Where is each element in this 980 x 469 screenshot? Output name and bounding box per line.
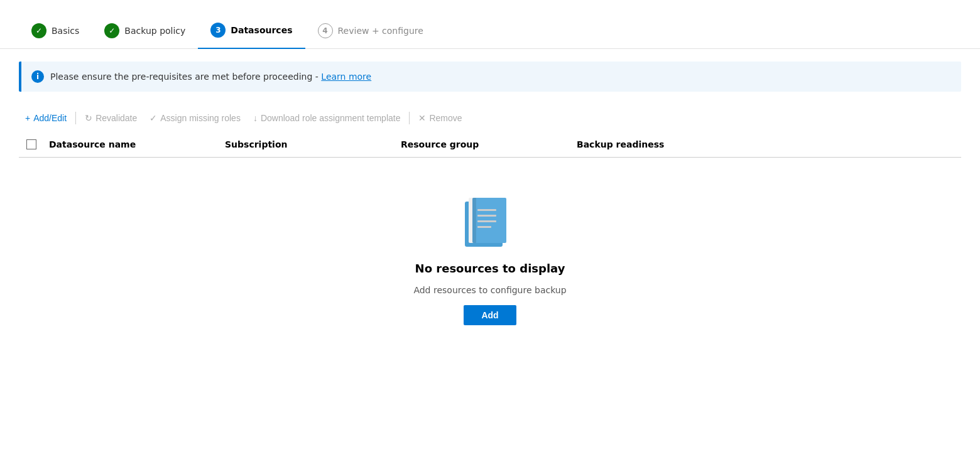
datasource-table: Datasource name Subscription Resource gr… xyxy=(19,132,961,158)
step-basics-circle: ✓ xyxy=(31,23,46,38)
svg-rect-6 xyxy=(477,226,491,228)
revalidate-icon: ↻ xyxy=(85,113,92,123)
svg-rect-4 xyxy=(477,215,496,217)
col-header-datasource-name: Datasource name xyxy=(44,137,220,152)
empty-state-subtitle: Add resources to configure backup xyxy=(413,285,566,295)
select-all-cell xyxy=(19,137,44,152)
close-icon: ✕ xyxy=(418,113,426,123)
add-edit-button[interactable]: + Add/Edit xyxy=(19,111,73,126)
table-header: Datasource name Subscription Resource gr… xyxy=(19,132,961,158)
step-basics-label: Basics xyxy=(52,26,79,36)
svg-rect-7 xyxy=(472,198,476,243)
col-header-resource-group: Resource group xyxy=(396,137,572,152)
step-datasources-circle: 3 xyxy=(210,23,226,38)
toolbar: + Add/Edit ↻ Revalidate ✓ Assign missing… xyxy=(0,104,980,132)
checkmark-icon: ✓ xyxy=(150,113,157,123)
toolbar-separator-2 xyxy=(409,112,410,124)
info-banner: i Please ensure the pre-requisites are m… xyxy=(19,62,961,92)
step-datasources-label: Datasources xyxy=(231,25,292,35)
plus-icon: + xyxy=(25,113,30,123)
empty-state-title: No resources to display xyxy=(415,262,565,275)
select-all-checkbox[interactable] xyxy=(26,139,36,149)
col-header-backup-readiness: Backup readiness xyxy=(572,137,748,152)
step-review-configure[interactable]: 4 Review + configure xyxy=(305,13,436,48)
toolbar-separator-1 xyxy=(75,112,76,124)
remove-button[interactable]: ✕ Remove xyxy=(412,111,468,126)
svg-rect-3 xyxy=(477,209,496,211)
info-icon: i xyxy=(31,70,44,83)
download-icon: ↓ xyxy=(253,113,258,123)
step-backup-policy[interactable]: ✓ Backup policy xyxy=(92,13,198,48)
step-backup-policy-circle: ✓ xyxy=(104,23,119,38)
empty-state-add-button[interactable]: Add xyxy=(464,305,516,325)
step-review-configure-label: Review + configure xyxy=(338,26,423,36)
empty-state: No resources to display Add resources to… xyxy=(0,158,980,363)
revalidate-button[interactable]: ↻ Revalidate xyxy=(79,111,143,126)
wizard-steps: ✓ Basics ✓ Backup policy 3 Datasources 4… xyxy=(0,0,980,49)
step-review-configure-circle: 4 xyxy=(318,23,333,38)
download-template-button[interactable]: ↓ Download role assignment template xyxy=(247,111,407,126)
step-backup-policy-label: Backup policy xyxy=(124,26,185,36)
col-header-subscription: Subscription xyxy=(220,137,396,152)
empty-state-icon xyxy=(459,195,521,252)
step-basics[interactable]: ✓ Basics xyxy=(19,13,92,48)
svg-rect-5 xyxy=(477,220,496,222)
banner-text: Please ensure the pre-requisites are met… xyxy=(50,72,371,82)
learn-more-link[interactable]: Learn more xyxy=(321,72,371,82)
step-datasources[interactable]: 3 Datasources xyxy=(198,13,305,49)
assign-roles-button[interactable]: ✓ Assign missing roles xyxy=(143,111,247,126)
